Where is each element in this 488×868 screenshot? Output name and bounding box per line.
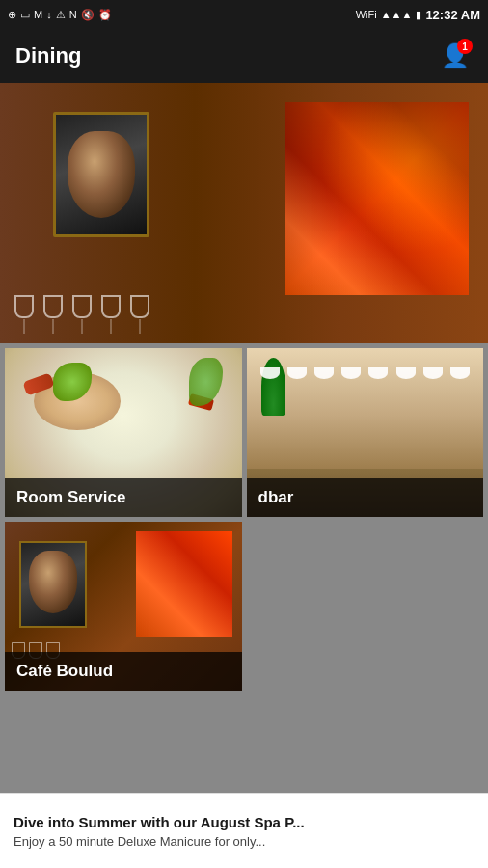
status-bar: ⊕ ▭ M ↓ ⚠ N 🔇 ⏰ WiFi ▲▲▲ ▮ 12:32 AM [0,0,488,29]
dbar-label: dbar [247,478,484,517]
status-bar-right: WiFi ▲▲▲ ▮ 12:32 AM [356,8,480,22]
wine-glass-2 [48,295,58,334]
bar-bowl-8 [450,367,470,379]
bar-bowl-2 [287,367,307,379]
banner-title: Dive into Summer with our August Spa P..… [14,814,474,830]
download-icon: ↓ [46,9,52,20]
cafe-boulud-item[interactable]: Café Boulud [5,522,242,691]
signal-icon: ▲▲▲ [381,9,413,20]
dining-grid: Room Service dbar [0,343,488,695]
mute-icon: 🔇 [81,9,95,21]
food-garnish [189,358,223,406]
header: Dining 👤 1 [0,29,488,83]
profile-button[interactable]: 👤 1 [438,39,473,73]
battery-icon: ▮ [416,9,421,21]
cafe-face [29,551,77,613]
wine-glass-3 [77,295,87,334]
nfc-icon: N [69,9,77,20]
bottom-banner[interactable]: Dive into Summer with our August Spa P..… [0,793,488,868]
room-service-item[interactable]: Room Service [5,348,242,517]
bar-bowl-3 [314,367,334,379]
warning-icon: ⚠ [56,9,66,21]
status-time: 12:32 AM [425,8,480,22]
notification-badge: 1 [457,39,473,54]
bar-bowl-1 [260,367,280,379]
status-bar-left: ⊕ ▭ M ↓ ⚠ N 🔇 ⏰ [8,9,112,21]
bar-items [247,367,484,379]
table-area [0,257,488,334]
bar-plant [261,358,285,416]
cafe-painting-right [136,531,232,637]
cafe-painting-left [19,541,87,628]
bar-bowl-4 [341,367,361,379]
image-icon: ▭ [20,9,30,21]
wine-glass-5 [135,295,145,334]
wine-glass-1 [19,295,29,334]
cafe-boulud-label: Café Boulud [5,652,242,691]
portrait-face [68,131,135,218]
bar-bowl-6 [396,367,416,379]
page-title: Dining [15,43,81,68]
dbar-item[interactable]: dbar [247,348,484,517]
room-service-label: Room Service [5,478,242,517]
wine-glass-4 [106,295,116,334]
bar-bowl-7 [423,367,443,379]
wifi-icon: WiFi [356,9,377,20]
alarm-icon: ⏰ [98,9,112,21]
banner-subtitle: Enjoy a 50 minute Deluxe Manicure for on… [14,834,474,849]
gmail-icon: M [34,9,42,20]
painting-left [53,112,149,237]
hero-image [0,83,488,343]
add-icon: ⊕ [8,9,16,21]
bar-bowl-5 [368,367,388,379]
